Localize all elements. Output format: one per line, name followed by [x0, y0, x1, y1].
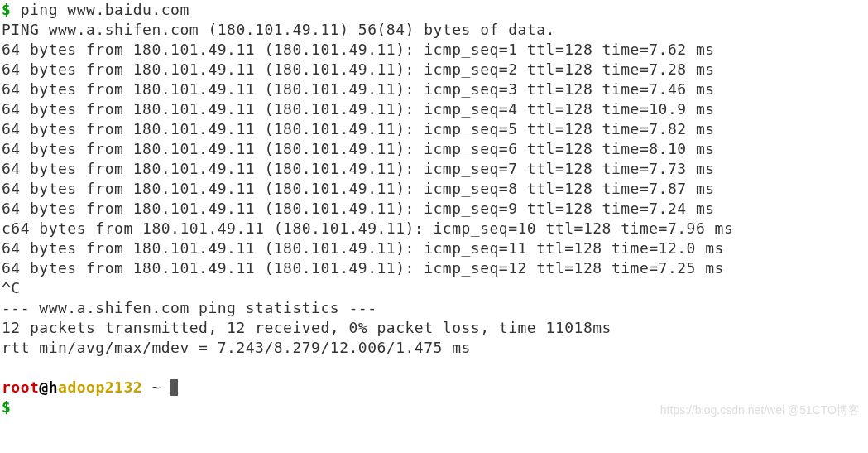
ctrl-c: ^C	[2, 279, 21, 296]
stats-packets: 12 packets transmitted, 12 received, 0% …	[2, 319, 611, 336]
cursor	[170, 379, 178, 396]
ping-reply: 64 bytes from 180.101.49.11 (180.101.49.…	[2, 239, 724, 257]
stats-header: --- www.a.shifen.com ping statistics ---	[2, 299, 376, 316]
ping-reply: 64 bytes from 180.101.49.11 (180.101.49.…	[2, 100, 715, 118]
prompt-host: h	[49, 378, 58, 396]
prompt-host: 2132	[105, 378, 142, 396]
prompt-user: root	[2, 378, 39, 396]
stats-rtt: rtt min/avg/max/mdev = 7.243/8.279/12.00…	[2, 339, 471, 356]
ping-reply: 64 bytes from 180.101.49.11 (180.101.49.…	[2, 259, 724, 277]
ping-reply: 64 bytes from 180.101.49.11 (180.101.49.…	[2, 41, 715, 58]
ping-reply: 64 bytes from 180.101.49.11 (180.101.49.…	[2, 60, 715, 78]
ping-reply: 64 bytes from 180.101.49.11 (180.101.49.…	[2, 160, 715, 177]
ping-reply: c64 bytes from 180.101.49.11 (180.101.49…	[2, 219, 733, 237]
terminal-output[interactable]: $ ping www.baidu.com PING www.a.shifen.c…	[0, 0, 868, 417]
prompt-dollar: $	[2, 1, 11, 18]
ping-reply: 64 bytes from 180.101.49.11 (180.101.49.…	[2, 140, 715, 157]
ping-reply: 64 bytes from 180.101.49.11 (180.101.49.…	[2, 180, 715, 197]
prompt-dollar[interactable]: $	[2, 398, 11, 416]
prompt-host: adoop	[58, 378, 105, 396]
command-text: ping www.baidu.com	[21, 1, 189, 18]
ping-reply: 64 bytes from 180.101.49.11 (180.101.49.…	[2, 120, 715, 137]
ping-header: PING www.a.shifen.com (180.101.49.11) 56…	[2, 21, 555, 38]
prompt-path: ~	[142, 378, 161, 396]
ping-reply: 64 bytes from 180.101.49.11 (180.101.49.…	[2, 200, 715, 217]
ping-reply: 64 bytes from 180.101.49.11 (180.101.49.…	[2, 80, 715, 98]
prompt-at: @	[39, 378, 48, 396]
